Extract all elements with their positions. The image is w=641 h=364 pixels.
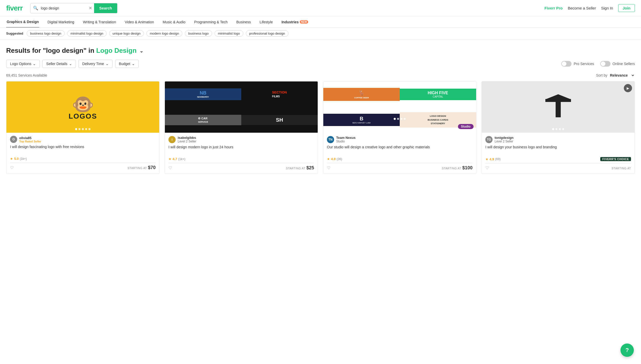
price-area: STARTING AT $70: [127, 165, 156, 170]
card-dots: [75, 128, 91, 130]
dot: [394, 118, 396, 120]
dot: [88, 128, 91, 130]
dot: [562, 128, 564, 130]
rating-row: ★ 4.9 (69) FIVERR'S CHOICE: [485, 157, 631, 161]
sign-in-link[interactable]: Sign In: [601, 6, 613, 10]
site-logo[interactable]: fiverr: [6, 4, 23, 12]
filters-right: Pro Services Online Sellers: [561, 61, 635, 67]
search-button[interactable]: Search: [94, 3, 117, 13]
fiverr-pro-link[interactable]: Fiverr Pro: [545, 6, 563, 10]
star-icon: ★: [327, 157, 330, 161]
tag-business-logo[interactable]: business logo: [185, 30, 212, 37]
service-card-4[interactable]: ▶ TG tonigdesign Level 2 Seller I will d…: [482, 81, 635, 174]
nav-item-lifestyle[interactable]: Lifestyle: [259, 16, 273, 28]
header-nav: Fiverr Pro Become a Seller Sign In Join: [545, 4, 635, 12]
card-footer: ♡ STARTING AT $25: [168, 163, 314, 171]
category-link[interactable]: Logo Design: [96, 47, 136, 54]
pro-services-toggle-group: Pro Services: [561, 61, 594, 67]
toggle-knob: [562, 61, 566, 66]
search-input[interactable]: [41, 6, 87, 10]
service-card-1[interactable]: 🐵 LOGOS O olivia85 Top Rated Seller I wi…: [6, 81, 159, 174]
services-count: 69,451 Services Available: [6, 73, 47, 77]
pro-services-toggle[interactable]: [561, 61, 572, 67]
logo-cell-4: SH: [241, 115, 318, 125]
delivery-time-filter[interactable]: Delivery Time ⌄: [78, 60, 113, 68]
seller-name: Team Nexus: [336, 136, 356, 140]
seller-info: O olivia85 Top Rated Seller: [10, 136, 156, 143]
card-title: Our studio will design a creative logo a…: [327, 145, 473, 155]
rating-row: ★ 4.8 (36): [327, 157, 473, 161]
nav-item-graphics[interactable]: Graphics & Design: [6, 16, 39, 28]
dot: [85, 128, 87, 130]
card-1-image: 🐵 LOGOS: [6, 81, 159, 133]
seller-name: olivia85: [19, 136, 41, 140]
avatar: TG: [485, 136, 493, 143]
favorite-icon[interactable]: ♡: [168, 165, 172, 170]
chevron-down-icon[interactable]: ⌄: [139, 48, 143, 54]
nav-item-business[interactable]: Business: [236, 16, 252, 28]
nav-item-video[interactable]: Video & Animation: [124, 16, 154, 28]
rating-count: (36): [337, 157, 342, 161]
budget-label: Budget: [119, 62, 130, 66]
budget-filter[interactable]: Budget ⌄: [115, 60, 139, 68]
nav-item-music[interactable]: Music & Audio: [162, 16, 186, 28]
avatar: TN: [327, 136, 334, 143]
card-2-image: NB NEWBERRY SECTIONFILMS ⚙ CARSERVICE SH: [165, 81, 318, 133]
pro-services-label: Pro Services: [574, 62, 594, 66]
become-seller-link[interactable]: Become a Seller: [568, 6, 596, 10]
price: $25: [306, 165, 314, 170]
budget-chevron: ⌄: [132, 62, 135, 66]
sort-by-label: Sort by: [596, 73, 607, 77]
seller-level: Level 2 Seller: [178, 140, 196, 143]
seller-details-filter[interactable]: Seller Details ⌄: [42, 60, 76, 68]
tag-professional-logo-design[interactable]: professional logo design: [246, 30, 288, 37]
online-sellers-toggle[interactable]: [600, 61, 610, 67]
card-footer: ♡ STARTING AT: [485, 163, 631, 170]
favorite-icon[interactable]: ♡: [10, 165, 14, 170]
card-2-body: i isabelgibbs Level 2 Seller I will desi…: [165, 133, 318, 174]
nav-item-writing[interactable]: Writing & Translation: [83, 16, 117, 28]
suggested-label: Suggested: [6, 32, 23, 35]
seller-details-label: Seller Details: [46, 62, 67, 66]
dot: [82, 128, 84, 130]
card-3-body: TN Team Nexus Studio Our studio will des…: [323, 133, 476, 174]
join-button[interactable]: Join: [618, 4, 635, 12]
price-area: STARTING AT $100: [442, 165, 473, 171]
rating-count: (1k+): [178, 157, 185, 161]
tag-modern-logo-design[interactable]: modern logo design: [146, 30, 182, 37]
category-nav: Graphics & Design Digital Marketing Writ…: [0, 16, 641, 28]
seller-details-chevron: ⌄: [69, 62, 72, 66]
logo-cell-2: HIGH FIVE CAPITAL: [400, 89, 476, 100]
seller-info: TG tonigdesign Level 2 Seller: [485, 136, 631, 143]
rating-value: 4.9: [489, 157, 494, 161]
play-button-icon[interactable]: ▶: [624, 84, 632, 92]
rating-value: 4.8: [331, 157, 336, 161]
tag-minimalist-logo[interactable]: minimalist logo: [215, 30, 243, 37]
results-section: Results for "logo design" in Logo Design…: [0, 39, 641, 68]
nav-item-programming[interactable]: Programming & Tech: [194, 16, 228, 28]
card-footer: ♡ STARTING AT $100: [327, 163, 473, 171]
card-dots: [552, 128, 564, 130]
toggle-knob: [601, 61, 605, 66]
tag-business-logo-design[interactable]: business logo design: [27, 30, 64, 37]
favorite-icon[interactable]: ♡: [327, 165, 330, 170]
logo-options-filter[interactable]: Logo Options ⌄: [6, 60, 40, 68]
card-title: I will design fascinating logo with free…: [10, 144, 156, 155]
site-header: fiverr 🔍 ✕ Search Fiverr Pro Become a Se…: [0, 0, 641, 16]
nav-item-industries[interactable]: IndustriesNEW: [281, 16, 309, 28]
dot: [75, 128, 77, 130]
starting-at: STARTING AT: [286, 167, 305, 170]
service-card-3[interactable]: 🦌 COFFEE DEER HIGH FIVE CAPITAL B BEN HA…: [323, 81, 476, 174]
delivery-time-label: Delivery Time: [82, 62, 104, 66]
service-card-2[interactable]: NB NEWBERRY SECTIONFILMS ⚙ CARSERVICE SH…: [165, 81, 318, 174]
new-badge: NEW: [300, 20, 308, 24]
sort-row: Sort by Relevance Best Selling Newest: [596, 73, 635, 78]
clear-icon[interactable]: ✕: [87, 6, 94, 11]
nav-item-digital[interactable]: Digital Marketing: [47, 16, 75, 28]
tag-minimalist-logo-design[interactable]: minimalist logo design: [67, 30, 107, 37]
tag-unique-logo-design[interactable]: unique logo design: [109, 30, 144, 37]
seller-level: Top Rated Seller: [19, 140, 41, 143]
sort-select[interactable]: Relevance Best Selling Newest: [609, 73, 635, 78]
delivery-time-chevron: ⌄: [106, 62, 109, 66]
favorite-icon[interactable]: ♡: [485, 165, 489, 170]
